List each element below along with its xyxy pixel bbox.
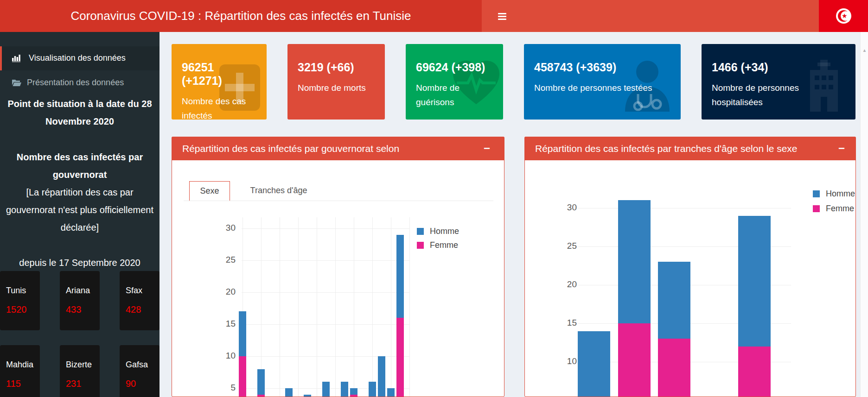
legend-label-femme[interactable]: Femme — [430, 240, 458, 250]
governorate-tile-sfax: Sfax 428 — [120, 271, 160, 330]
bar-segment-femme — [350, 395, 357, 397]
legend-label-femme[interactable]: Femme — [826, 204, 854, 214]
stat-card-infected: 96251 (+1271) Nombre des cas infectés — [172, 44, 267, 120]
sidebar-item-visualisation[interactable]: Visualisation des données — [0, 46, 160, 70]
gridline-vertical — [354, 217, 354, 397]
bar-segment-homme — [738, 216, 771, 347]
bar-segment-homme — [658, 262, 690, 339]
stat-value: 3219 (+66) — [298, 61, 375, 74]
y-axis-tick-label: 30 — [554, 202, 577, 213]
note-since: depuis le 17 Septembre 2020 — [4, 254, 156, 271]
panel-tranches-age: Répartition des cas infectés par tranche… — [524, 137, 856, 397]
y-axis-tick-label: 10 — [554, 356, 577, 366]
sidebar-item-label: Présentation des données — [27, 78, 124, 88]
governorate-tile-gafsa: Gafsa 90 — [120, 345, 160, 397]
bar-segment-homme — [257, 369, 265, 395]
bar-segment-homme — [350, 388, 357, 395]
tunisia-flag: ★ — [819, 0, 868, 32]
governorate-tile-mahdia: Mahdia 115 — [0, 345, 40, 397]
stat-card-recovered: 69624 (+398) Nombre de guérisons — [406, 44, 503, 120]
gridline-vertical — [280, 217, 280, 397]
bar-segment-homme — [378, 356, 385, 397]
bar-segment-femme — [396, 318, 404, 397]
stat-label: Nombre de guérisons — [416, 81, 493, 109]
gridline-horizontal — [242, 228, 409, 229]
bar-segment-homme — [239, 311, 246, 356]
bar-segment-femme — [738, 347, 771, 397]
governorate-count: 231 — [66, 378, 100, 389]
governorate-tile-tunis: Tunis 1520 — [0, 271, 40, 330]
stat-label: Nombre de personnes testées — [534, 81, 670, 95]
gridline-vertical — [298, 217, 299, 397]
bar-segment-homme — [369, 382, 376, 397]
collapse-minus-button[interactable]: − — [479, 141, 495, 157]
legend-swatch-femme[interactable] — [813, 205, 820, 212]
bar-segment-femme — [257, 395, 265, 397]
bar-segment-femme — [658, 339, 690, 397]
legend-swatch-femme[interactable] — [417, 242, 424, 249]
bar-segment-homme — [304, 395, 311, 397]
gridline-vertical — [335, 217, 336, 397]
legend-label-homme[interactable]: Homme — [430, 227, 459, 236]
y-axis-tick-label: 10 — [212, 351, 236, 361]
gridline-horizontal — [242, 260, 409, 261]
gridline-horizontal — [242, 324, 409, 325]
chart-gouvernorat-par-sexe: 51015202530HommeFemme — [172, 137, 504, 397]
bar-segment-homme — [341, 382, 348, 397]
y-axis-tick-label: 25 — [554, 241, 577, 251]
stat-card-hospitalized: 1466 (+34) Nombre de personnes hospitali… — [702, 44, 855, 120]
y-axis-tick-label: 15 — [212, 319, 236, 329]
y-axis-tick-label: 20 — [554, 279, 577, 290]
governorate-count: 433 — [66, 304, 100, 315]
stat-label: Nombre des cas infectés — [182, 94, 256, 120]
panel-gouvernorat: Répartition des cas infectés par gouvern… — [172, 137, 504, 397]
y-axis-tick-label: 20 — [212, 287, 236, 297]
governorate-name: Bizerte — [66, 359, 100, 370]
tunisia-flag-emblem-icon: ★ — [836, 8, 851, 24]
y-axis-tick-label: 25 — [212, 255, 236, 265]
scroll-up-arrow-icon[interactable]: ▲ — [861, 48, 868, 56]
governorate-name: Ariana — [66, 285, 100, 296]
bar-segment-homme — [578, 331, 610, 397]
governorate-tile-bizerte: Bizerte 231 — [60, 345, 100, 397]
legend-swatch-homme[interactable] — [417, 228, 424, 235]
gridline-horizontal — [578, 208, 791, 208]
bar-segment-homme — [387, 388, 395, 397]
governorate-tile-ariana: Ariana 433 — [60, 271, 100, 330]
stat-value: 1466 (+34) — [712, 61, 845, 74]
sidebar-item-presentation[interactable]: Présentation des données — [0, 71, 160, 95]
bar-segment-femme — [618, 323, 651, 397]
page-title: Coronavirus COVID-19 : Répartition des c… — [0, 0, 482, 32]
gridline-vertical — [317, 217, 317, 397]
gridline-vertical — [409, 217, 410, 397]
bar-segment-homme — [618, 200, 651, 323]
situation-date-heading: Point de situation à la date du 28 Novem… — [4, 95, 156, 130]
legend-swatch-homme[interactable] — [813, 190, 820, 197]
governorate-name: Gafsa — [126, 359, 160, 370]
governorate-name: Mahdia — [6, 359, 40, 370]
governorate-count: 428 — [126, 304, 160, 315]
sidebar-item-label: Visualisation des données — [29, 53, 126, 63]
stat-card-tested: 458743 (+3639) Nombre de personnes testé… — [524, 44, 681, 120]
governorate-name: Sfax — [126, 285, 160, 296]
gridline-vertical — [391, 217, 391, 397]
legend-label-homme[interactable]: Homme — [826, 189, 855, 199]
governorate-count: 1520 — [6, 304, 40, 315]
governorate-count: 90 — [126, 378, 160, 389]
governorate-name: Tunis — [6, 285, 40, 296]
sidebar-toggle-hamburger-icon[interactable] — [492, 6, 512, 26]
stat-label: Nombre de personnes hospitalisées — [712, 81, 845, 109]
y-axis-tick-label: 15 — [554, 318, 577, 328]
bar-chart-icon — [12, 55, 20, 64]
governorate-count: 115 — [6, 378, 40, 389]
collapse-minus-button[interactable]: − — [834, 141, 849, 157]
stat-value: 69624 (+398) — [416, 61, 493, 74]
stat-value: 96251 (+1271) — [182, 61, 256, 88]
page-scrollbar[interactable]: ▲ — [860, 32, 868, 397]
navbar — [482, 0, 819, 32]
gridline-vertical — [372, 217, 373, 397]
folder-icon — [12, 79, 21, 88]
bar-segment-femme — [239, 356, 246, 397]
stat-label: Nombre de morts — [298, 81, 375, 95]
sidebar: Visualisation des données Présentation d… — [0, 32, 160, 397]
